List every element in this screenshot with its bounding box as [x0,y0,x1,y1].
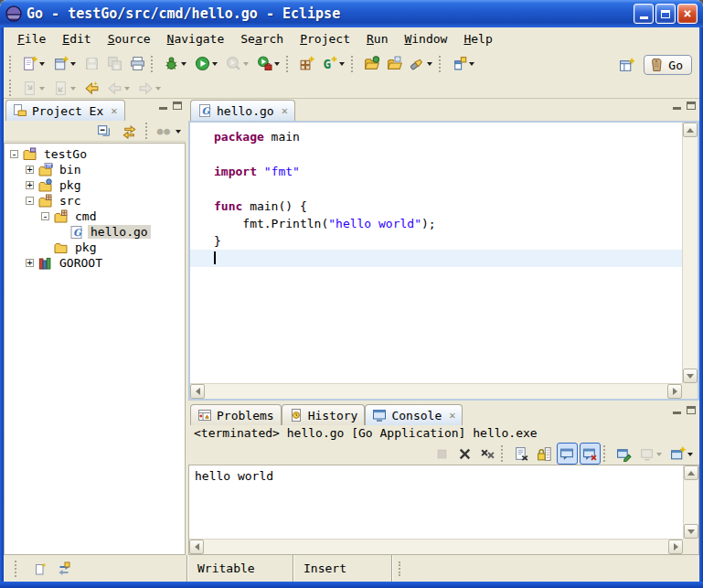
wizard-shortcut-icon[interactable] [33,561,48,576]
remove-all-terminated-button[interactable] [477,443,498,465]
menu-run[interactable]: Run [358,30,396,48]
menu-help[interactable]: Help [455,30,500,48]
console-minimize-icon[interactable] [673,412,681,414]
collapse-toggle[interactable]: - [26,197,34,205]
scroll-up-button[interactable] [684,465,698,480]
editor-vertical-scrollbar[interactable] [682,123,698,383]
open-perspective-button[interactable] [616,54,637,76]
tab-history[interactable]: History [282,404,366,425]
scroll-up-button[interactable] [683,123,698,137]
menu-project[interactable]: Project [292,30,358,48]
debug-dropdown[interactable] [179,58,187,70]
editor-tab-close-icon[interactable]: ✕ [282,104,288,117]
new-go-package-button[interactable] [296,53,317,75]
show-stderr-button[interactable] [580,443,601,465]
project-explorer-tab[interactable]: Project Ex ✕ [5,100,125,121]
scroll-left-button[interactable] [189,540,204,554]
menu-file[interactable]: File [9,30,54,48]
code-line-1[interactable]: package main [190,128,682,145]
debug-button[interactable] [161,53,190,75]
tree-item-bin[interactable]: +010bin [5,162,185,177]
tree-item-goroot[interactable]: +GOROOT [5,255,185,271]
editor-horizontal-scrollbar[interactable] [190,383,682,399]
scroll-right-button[interactable] [668,540,683,554]
editor-tab-hello-go[interactable]: G hello.go ✕ [190,100,295,121]
view-menu-button[interactable] [174,124,182,137]
code-line-6[interactable]: fmt.Println("hello world"); [190,215,682,232]
open-console-dropdown[interactable] [686,447,694,460]
tab-console[interactable]: Console✕ [365,404,463,425]
expand-toggle[interactable]: + [26,181,34,189]
tab-close-icon[interactable]: ✕ [449,409,455,422]
minimize-button[interactable] [634,4,654,24]
pin-console-button[interactable] [613,443,634,465]
menu-navigate[interactable]: Navigate [159,30,233,48]
tree-item-cmd[interactable]: -cmd [5,208,185,224]
project-explorer-tree[interactable]: -testGo+010bin+pkg-src-cmdGhello.gopkg+G… [4,143,186,555]
remove-launch-button[interactable] [454,443,475,465]
build-toggle-icon[interactable] [57,561,71,576]
new-project-button[interactable] [50,53,80,75]
menu-source[interactable]: Source [100,30,159,48]
project-explorer-close-icon[interactable]: ✕ [111,104,117,117]
external-tools-dropdown[interactable] [272,58,281,70]
expand-toggle[interactable]: + [26,166,34,174]
tree-item-pkg[interactable]: pkg [5,240,185,255]
scroll-down-button[interactable] [684,524,698,539]
collapse-toggle[interactable]: - [10,150,18,158]
titlebar[interactable]: Go - testGo/src/cmd/hello.go - Eclipse × [0,0,703,27]
console-horizontal-scrollbar[interactable] [189,539,683,554]
external-tools-button[interactable] [254,53,283,75]
close-button[interactable]: × [677,4,698,24]
scroll-left-button[interactable] [190,384,205,399]
last-edit-location-button[interactable] [81,77,102,99]
new-go-type-button[interactable]: G [319,53,348,75]
tree-item-testgo[interactable]: -testGo [5,146,185,162]
code-line-7[interactable]: } [190,232,682,250]
print-button[interactable] [127,53,148,75]
perspective-go-button[interactable]: Go [644,55,692,75]
tree-item-hello-go[interactable]: Ghello.go [5,224,185,240]
code-line-2[interactable] [190,145,682,163]
code-line-8[interactable] [190,250,682,267]
export-button[interactable] [384,53,405,75]
new-project-dropdown[interactable] [69,58,77,70]
console-vertical-scrollbar[interactable] [683,465,698,539]
menu-window[interactable]: Window [396,30,455,48]
maximize-button[interactable] [655,4,676,24]
code-area[interactable]: package mainimport "fmt"func main() { fm… [190,123,682,383]
search-dropdown[interactable] [425,58,433,70]
search-button[interactable] [407,53,436,75]
code-line-3[interactable]: import "fmt" [190,163,682,180]
go-tools-button[interactable] [449,53,478,75]
tab-problems[interactable]: Problems [190,404,282,425]
scroll-lock-button[interactable] [534,443,555,465]
clear-console-button[interactable] [511,443,532,465]
console-output[interactable]: hello world [189,465,683,539]
scroll-down-button[interactable] [683,369,698,383]
import-button[interactable] [361,53,382,75]
console-maximize-icon[interactable] [687,406,696,414]
pe-maximize-icon[interactable] [173,102,182,110]
go-tools-dropdown[interactable] [467,58,475,70]
new-button[interactable] [19,53,48,75]
run-dropdown[interactable] [210,58,218,70]
code-line-5[interactable]: func main() { [190,198,682,215]
collapse-all-button[interactable] [93,120,114,142]
new-go-type-dropdown[interactable] [337,58,346,70]
expand-toggle[interactable]: + [26,259,34,267]
editor-minimize-icon[interactable] [673,107,681,110]
link-with-editor-button[interactable] [119,120,140,142]
scroll-right-button[interactable] [667,384,682,399]
pe-minimize-icon[interactable] [159,107,167,110]
show-stdout-button[interactable] [557,443,578,465]
tree-item-src[interactable]: -src [5,193,185,208]
tree-item-pkg[interactable]: +pkg [5,177,185,193]
menu-search[interactable]: Search [232,30,292,48]
menu-edit[interactable]: Edit [54,30,99,48]
code-line-4[interactable] [190,180,682,198]
editor-maximize-icon[interactable] [687,102,696,110]
collapse-toggle[interactable]: - [41,212,49,220]
new-dropdown[interactable] [37,58,46,70]
run-button[interactable] [192,53,221,75]
